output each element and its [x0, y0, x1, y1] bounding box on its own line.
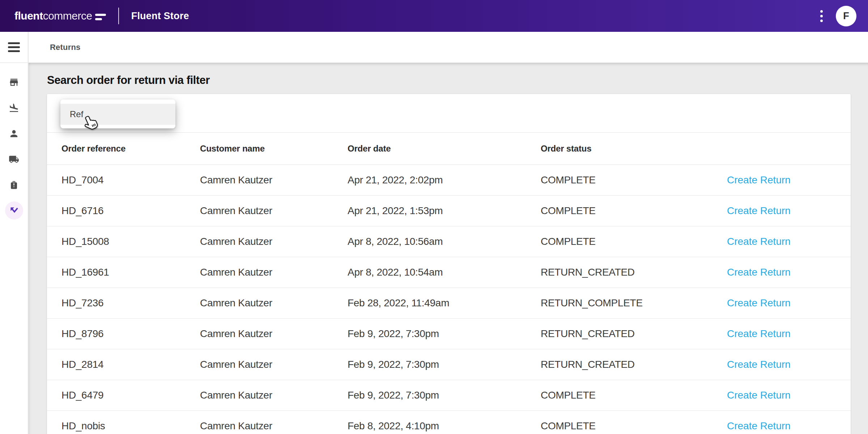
- cell-order-reference: HD_6716: [61, 205, 200, 217]
- column-header-order-date: Order date: [348, 144, 541, 154]
- cell-customer-name: Camren Kautzer: [200, 236, 348, 247]
- create-return-link[interactable]: Create Return: [727, 359, 791, 370]
- create-return-link[interactable]: Create Return: [727, 236, 791, 247]
- cell-order-date: Feb 9, 2022, 7:30pm: [348, 359, 541, 370]
- person-icon: [9, 128, 19, 139]
- cell-order-reference: HD_7236: [61, 297, 200, 309]
- cell-order-status: RETURN_CREATED: [541, 359, 727, 370]
- app-header: fluentcommerce Fluent Store F: [0, 0, 868, 32]
- logo-text-bold: fluent: [14, 10, 43, 22]
- cell-order-date: Feb 28, 2022, 11:49am: [348, 297, 541, 309]
- table-header-row: Order reference Customer name Order date…: [47, 133, 851, 165]
- cell-order-reference: HD_7004: [61, 174, 200, 186]
- create-return-link[interactable]: Create Return: [727, 205, 791, 216]
- create-return-link[interactable]: Create Return: [727, 390, 791, 401]
- cell-customer-name: Camren Kautzer: [200, 390, 348, 401]
- cell-order-status: COMPLETE: [541, 174, 727, 186]
- cell-order-status: RETURN_CREATED: [541, 267, 727, 278]
- storefront-icon: [9, 77, 19, 88]
- cell-customer-name: Camren Kautzer: [200, 297, 348, 309]
- cell-customer-name: Camren Kautzer: [200, 205, 348, 217]
- cell-order-status: COMPLETE: [541, 236, 727, 247]
- overflow-menu-icon[interactable]: [817, 7, 826, 25]
- table-body: HD_7004 Camren Kautzer Apr 21, 2022, 2:0…: [47, 165, 851, 434]
- cell-order-date: Feb 8, 2022, 4:10pm: [348, 420, 541, 432]
- main-content: Search order for return via filter Ref O…: [29, 63, 868, 434]
- cell-order-date: Apr 8, 2022, 10:54am: [348, 267, 541, 278]
- flight-land-icon: [9, 103, 19, 113]
- table-row: HD_2814 Camren Kautzer Feb 9, 2022, 7:30…: [47, 349, 851, 380]
- returns-card: Ref Order reference Customer name Order …: [47, 94, 851, 434]
- filter-option-ref[interactable]: Ref: [60, 104, 175, 125]
- sidebar-item-shipping[interactable]: [5, 150, 23, 168]
- cell-customer-name: Camren Kautzer: [200, 359, 348, 370]
- cell-customer-name: Camren Kautzer: [200, 267, 348, 278]
- create-return-link[interactable]: Create Return: [727, 297, 791, 309]
- cell-order-reference: HD_15008: [61, 236, 200, 247]
- column-header-customer-name: Customer name: [200, 144, 348, 154]
- cell-order-reference: HD_2814: [61, 359, 200, 370]
- sidebar-item-orders-alert[interactable]: [5, 176, 23, 194]
- luggage-alert-icon: [9, 180, 19, 190]
- header-divider: [118, 8, 119, 24]
- sidebar-item-returns[interactable]: [5, 201, 23, 220]
- cell-order-date: Apr 21, 2022, 1:53pm: [348, 205, 541, 217]
- breadcrumb: Returns: [50, 43, 81, 52]
- truck-icon: [9, 154, 19, 165]
- app-title: Fluent Store: [131, 10, 189, 22]
- returns-icon: [9, 205, 19, 216]
- cell-order-reference: HD_16961: [61, 267, 200, 278]
- table-row: HD_8796 Camren Kautzer Feb 9, 2022, 7:30…: [47, 319, 851, 349]
- cell-order-reference: HD_8796: [61, 328, 200, 340]
- table-row: HD_6479 Camren Kautzer Feb 9, 2022, 7:30…: [47, 380, 851, 411]
- table-row: HD_nobis Camren Kautzer Feb 8, 2022, 4:1…: [47, 411, 851, 434]
- table-row: HD_15008 Camren Kautzer Apr 8, 2022, 10:…: [47, 226, 851, 257]
- sidebar-item-arrivals[interactable]: [5, 99, 23, 117]
- filter-dropdown[interactable]: Ref: [60, 99, 175, 128]
- cell-order-status: RETURN_COMPLETE: [541, 297, 727, 309]
- sidebar-nav: [5, 63, 23, 220]
- filter-section: Ref: [47, 94, 851, 133]
- page-title: Search order for return via filter: [47, 74, 868, 87]
- cell-order-status: COMPLETE: [541, 205, 727, 217]
- cell-order-status: COMPLETE: [541, 390, 727, 401]
- fluentcommerce-logo-mark-icon: [95, 14, 106, 20]
- cell-order-status: COMPLETE: [541, 420, 727, 432]
- fluentcommerce-logo: fluentcommerce: [14, 10, 106, 22]
- create-return-link[interactable]: Create Return: [727, 328, 791, 339]
- cell-order-date: Apr 8, 2022, 10:56am: [348, 236, 541, 247]
- user-avatar[interactable]: F: [836, 6, 856, 26]
- cell-order-reference: HD_nobis: [61, 420, 200, 432]
- create-return-link[interactable]: Create Return: [727, 267, 791, 278]
- cell-order-status: RETURN_CREATED: [541, 328, 727, 340]
- cell-order-reference: HD_6479: [61, 390, 200, 401]
- column-header-order-status: Order status: [541, 144, 727, 154]
- cell-customer-name: Camren Kautzer: [200, 174, 348, 186]
- page-toolbar: Returns: [29, 32, 868, 63]
- table-row: HD_6716 Camren Kautzer Apr 21, 2022, 1:5…: [47, 196, 851, 226]
- cell-order-date: Feb 9, 2022, 7:30pm: [348, 328, 541, 340]
- sidebar: [0, 32, 28, 434]
- create-return-link[interactable]: Create Return: [727, 420, 791, 431]
- menu-toggle-button[interactable]: [0, 32, 28, 63]
- cell-order-date: Feb 9, 2022, 7:30pm: [348, 390, 541, 401]
- cell-customer-name: Camren Kautzer: [200, 328, 348, 340]
- table-row: HD_16961 Camren Kautzer Apr 8, 2022, 10:…: [47, 257, 851, 288]
- sidebar-item-store[interactable]: [5, 73, 23, 91]
- sidebar-item-customers[interactable]: [5, 124, 23, 142]
- logo-text-light: commerce: [43, 10, 92, 22]
- cell-customer-name: Camren Kautzer: [200, 420, 348, 432]
- table-row: HD_7236 Camren Kautzer Feb 28, 2022, 11:…: [47, 288, 851, 319]
- table-row: HD_7004 Camren Kautzer Apr 21, 2022, 2:0…: [47, 165, 851, 196]
- create-return-link[interactable]: Create Return: [727, 174, 791, 186]
- cell-order-date: Apr 21, 2022, 2:02pm: [348, 174, 541, 186]
- column-header-order-reference: Order reference: [61, 144, 200, 154]
- hamburger-icon: [8, 42, 20, 52]
